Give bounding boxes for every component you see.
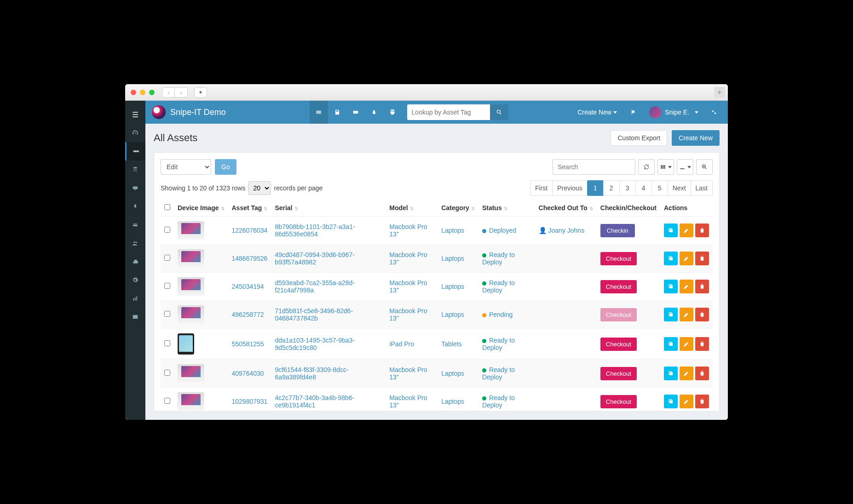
keyboard-icon[interactable]: [346, 101, 365, 124]
asset-tag-link[interactable]: 245034194: [232, 283, 264, 290]
row-checkbox[interactable]: [164, 311, 170, 317]
columns-button[interactable]: [657, 159, 674, 175]
row-checkbox[interactable]: [164, 398, 170, 404]
category-link[interactable]: Tablets: [441, 340, 461, 348]
forward-button[interactable]: ›: [175, 87, 188, 97]
category-link[interactable]: Laptops: [441, 227, 464, 234]
delete-button[interactable]: [695, 367, 709, 380]
asset-tag-link[interactable]: 1226076034: [232, 227, 268, 234]
clone-button[interactable]: [664, 280, 678, 293]
user-menu[interactable]: Snipe E.: [645, 101, 703, 124]
components-icon[interactable]: [125, 216, 145, 234]
checkout-button[interactable]: Checkout: [600, 395, 637, 408]
model-link[interactable]: Macbook Pro 13": [389, 279, 427, 294]
delete-button[interactable]: [695, 223, 709, 237]
col-asset-tag[interactable]: Asset Tag⇅: [228, 200, 271, 217]
go-button[interactable]: Go: [215, 159, 236, 175]
page-4[interactable]: 4: [635, 180, 652, 196]
model-link[interactable]: Macbook Pro 13": [389, 307, 427, 322]
model-link[interactable]: iPad Pro: [389, 340, 414, 348]
page-last[interactable]: Last: [691, 180, 713, 196]
row-checkbox[interactable]: [164, 370, 170, 376]
dashboard-icon[interactable]: [125, 124, 145, 142]
edit-button[interactable]: [680, 395, 693, 408]
clone-button[interactable]: [664, 252, 678, 265]
delete-button[interactable]: [695, 337, 709, 351]
asset-tag-link[interactable]: 1486679526: [232, 255, 268, 262]
asset-tag-link[interactable]: 496258772: [232, 311, 264, 318]
assets-icon[interactable]: [125, 142, 145, 160]
maximize-window-icon[interactable]: [149, 90, 155, 95]
action-button[interactable]: ✦: [194, 87, 207, 97]
row-checkbox[interactable]: [164, 255, 170, 261]
refresh-button[interactable]: [638, 159, 655, 175]
serial-link[interactable]: 9cf61544-f83f-3309-8dcc-6a9a389fd4e8: [275, 366, 348, 381]
status-link[interactable]: Deployed: [489, 227, 516, 234]
status-link[interactable]: Ready to Deploy: [482, 394, 515, 409]
row-checkbox[interactable]: [164, 340, 170, 346]
drop-icon[interactable]: [365, 101, 383, 124]
checkout-button[interactable]: Checkout: [600, 308, 637, 321]
serial-link[interactable]: dda1a103-1495-3c57-9ba3-9d5c5dc19c80: [275, 337, 355, 351]
settings-icon[interactable]: [125, 271, 145, 289]
menu-toggle-icon[interactable]: ☰: [125, 105, 145, 124]
select-all-checkbox[interactable]: [164, 204, 170, 210]
page-5[interactable]: 5: [651, 180, 668, 196]
edit-button[interactable]: [680, 367, 693, 380]
minimize-window-icon[interactable]: [140, 90, 145, 95]
asset-tag-search-input[interactable]: [407, 104, 490, 120]
checkin-button[interactable]: Checkin: [600, 224, 635, 237]
category-link[interactable]: Laptops: [441, 283, 464, 290]
back-button[interactable]: ‹: [162, 87, 175, 97]
page-next[interactable]: Next: [668, 180, 691, 196]
edit-button[interactable]: [680, 308, 693, 321]
category-link[interactable]: Laptops: [441, 398, 464, 405]
checkout-button[interactable]: Checkout: [600, 252, 637, 265]
create-new-button[interactable]: Create New: [672, 130, 720, 146]
per-page-select[interactable]: 20: [248, 181, 271, 195]
delete-button[interactable]: [695, 280, 709, 293]
serial-link[interactable]: 49cd0487-0994-39d6-b967-b93f57a48982: [275, 251, 355, 266]
status-link[interactable]: Ready to Deploy: [482, 337, 515, 351]
model-link[interactable]: Macbook Pro 13": [389, 366, 427, 381]
bulk-action-select[interactable]: Edit: [161, 159, 211, 175]
page-first[interactable]: First: [530, 180, 553, 196]
import-icon[interactable]: [125, 252, 145, 271]
flag-icon[interactable]: [624, 101, 643, 124]
edit-button[interactable]: [680, 223, 693, 237]
row-checkbox[interactable]: [164, 227, 170, 233]
serial-link[interactable]: 4c2c77b7-340b-3a4b-98b6-ce9b1914f4c1: [275, 394, 354, 409]
asset-tag-link[interactable]: 409764030: [232, 370, 264, 377]
people-icon[interactable]: [125, 234, 145, 252]
checkout-button[interactable]: Checkout: [600, 367, 637, 380]
col-device-image[interactable]: Device Image⇅: [174, 200, 228, 217]
col-category[interactable]: Category⇅: [438, 200, 478, 217]
delete-button[interactable]: [695, 395, 709, 408]
category-link[interactable]: Laptops: [441, 311, 464, 318]
barcode-icon[interactable]: [310, 101, 328, 124]
asset-tag-link[interactable]: 550581255: [232, 340, 264, 348]
edit-button[interactable]: [680, 337, 693, 351]
serial-link[interactable]: 71d5b81f-c5e8-3496-82d6-04684737842b: [275, 307, 353, 322]
category-link[interactable]: Laptops: [441, 370, 464, 377]
col-serial[interactable]: Serial⇅: [271, 200, 386, 217]
custom-export-button[interactable]: Custom Export: [611, 130, 667, 146]
checked-out-user-link[interactable]: Joany Johns: [548, 227, 585, 234]
col-model[interactable]: Model⇅: [386, 200, 438, 217]
serial-link[interactable]: d593eabd-7ca2-355a-a28d-f21c4af7998a: [275, 279, 355, 294]
page-previous[interactable]: Previous: [552, 180, 587, 196]
reports-icon[interactable]: [125, 289, 145, 308]
col-checked-out[interactable]: Checked Out To⇅: [535, 200, 597, 217]
save-icon[interactable]: [328, 101, 346, 124]
status-link[interactable]: Pending: [489, 311, 513, 318]
checkout-button[interactable]: Checkout: [600, 280, 637, 293]
delete-button[interactable]: [695, 252, 709, 265]
clone-button[interactable]: [664, 395, 678, 408]
gears-icon[interactable]: [705, 101, 723, 124]
table-search-input[interactable]: [553, 159, 635, 175]
model-link[interactable]: Macbook Pro 13": [389, 223, 427, 238]
status-link[interactable]: Ready to Deploy: [482, 366, 515, 381]
consumables-icon[interactable]: [125, 197, 145, 216]
status-link[interactable]: Ready to Deploy: [482, 251, 515, 266]
clone-button[interactable]: [664, 367, 678, 380]
